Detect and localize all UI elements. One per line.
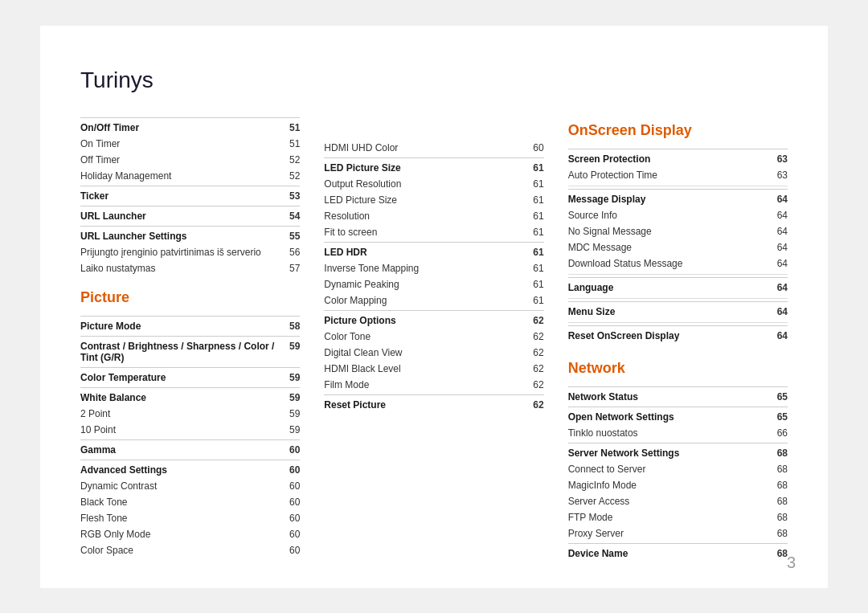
toc-item-label: Server Access [568,496,772,507]
toc-item-page: 60 [284,480,300,492]
toc-item: Color Tone62 [324,329,543,345]
onscreen-section-title: OnScreen Display [568,122,788,139]
toc-item-label: White Balance [80,392,284,403]
toc-item-page: 68 [772,512,788,523]
toc-item-label: Contrast / Brightness / Sharpness / Colo… [80,341,284,363]
toc-item: No Signal Message64 [568,223,788,239]
toc-item-page: 64 [772,282,788,293]
toc-item-page: 66 [772,427,788,439]
toc-item-page: 64 [772,226,788,237]
toc-item-label: Advanced Settings [80,464,284,476]
toc-item: Color Temperature59 [80,367,300,386]
toc-item-page: 64 [772,242,788,253]
toc-item-page: 60 [284,497,300,508]
toc-item-label: Reset OnScreen Display [568,330,772,341]
toc-item: Film Mode62 [324,377,543,393]
toc-item-label: Output Resolution [324,178,527,190]
page-container: Turinys On/Off Timer51On Timer51Off Time… [40,26,828,588]
toc-item-page: 58 [284,321,300,332]
toc-item: Network Status65 [568,386,788,405]
toc-item: Dynamic Peaking61 [324,276,543,292]
toc-item-label: Inverse Tone Mapping [324,263,527,274]
toc-item-page: 61 [528,263,544,274]
toc-item: RGB Only Mode60 [80,526,300,542]
toc-item-page: 64 [772,210,788,221]
toc-item: FTP Mode68 [568,509,788,525]
toc-item-label: URL Launcher Settings [80,231,284,242]
toc-item-page: 62 [528,379,544,390]
toc-item-page: 51 [284,122,300,133]
toc-item-label: Color Tone [324,331,527,342]
toc-item-label: Color Temperature [80,372,284,383]
toc-item-label: Laiko nustatymas [80,263,284,274]
toc-item: HDMI UHD Color60 [324,140,543,156]
page-number: 3 [787,554,796,572]
toc-item-page: 68 [772,447,788,459]
toc-item-page: 60 [284,545,300,556]
toc-item: LED Picture Size61 [324,157,543,176]
column-2: HDMI UHD Color60LED Picture Size61Output… [324,116,567,562]
toc-item: 10 Point59 [80,422,300,438]
toc-item-page: 56 [284,247,300,258]
toc-item: Flesh Tone60 [80,510,300,526]
toc-item-page: 59 [284,408,300,419]
toc-item: Laiko nustatymas57 [80,260,300,276]
toc-item: Black Tone60 [80,494,300,510]
toc-item-page: 60 [284,464,300,476]
picture-group: Picture Picture Mode58Contrast / Brightn… [80,289,300,558]
toc-item-label: Film Mode [324,379,527,390]
toc-item-page: 61 [528,227,544,238]
toc-item-label: Message Display [568,194,772,205]
toc-item: Resolution61 [324,208,543,224]
toc-item: Proxy Server68 [568,525,788,541]
toc-item-page: 61 [528,279,544,290]
toc-item-label: Dynamic Contrast [80,480,284,492]
toc-item-page: 63 [772,153,788,165]
toc-item-label: RGB Only Mode [80,529,284,540]
toc-item-label: Language [568,282,772,293]
toc-item: On Timer51 [80,136,300,152]
toc-item-label: LED Picture Size [324,194,527,206]
toc-item-page: 60 [284,529,300,540]
toc-item-label: LED HDR [324,247,527,258]
toc-item-label: Device Name [568,548,772,559]
toc-item-label: On/Off Timer [80,122,284,133]
toc-item-label: 2 Point [80,408,284,419]
toc-item: URL Launcher Settings55 [80,226,300,244]
toc-item: Digital Clean View62 [324,345,543,361]
toc-item-label: Prijungto įrenginio patvirtinimas iš ser… [80,247,284,258]
toc-item-label: Color Space [80,545,284,556]
toc-item-page: 60 [284,513,300,524]
toc-item-label: No Signal Message [568,226,772,237]
toc-item-label: Open Network Settings [568,411,772,423]
toc-item-page: 52 [284,154,300,166]
toc-item: LED Picture Size61 [324,192,543,208]
toc-item-page: 62 [528,347,544,358]
toc-item-page: 68 [772,480,788,491]
toc-item-page: 62 [528,315,544,326]
toc-item: MDC Message64 [568,239,788,255]
toc-item: Fit to screen61 [324,224,543,240]
toc-item-label: Auto Protection Time [568,170,772,181]
toc-item-label: Fit to screen [324,227,527,238]
toc-item: MagicInfo Mode68 [568,477,788,493]
picture-section-title: Picture [80,289,300,306]
toc-item-label: LED Picture Size [324,162,527,174]
toc-item-page: 65 [772,391,788,403]
toc-item: LED HDR61 [324,242,543,260]
toc-item-label: Proxy Server [568,528,772,539]
toc-item-page: 68 [772,464,788,475]
toc-item-page: 51 [284,138,300,149]
toc-item: HDMI Black Level62 [324,361,543,377]
toc-item: Tinklo nuostatos66 [568,425,788,441]
toc-item: 2 Point59 [80,406,300,422]
toc-item-label: Dynamic Peaking [324,279,527,290]
toc-item-page: 60 [284,444,300,456]
toc-item-page: 61 [528,295,544,306]
toc-item: URL Launcher54 [80,206,300,224]
toc-item-label: FTP Mode [568,512,772,523]
toc-item-label: Black Tone [80,497,284,508]
toc-item-page: 61 [528,162,544,174]
toc-item-page: 64 [772,306,788,317]
toc-item: Auto Protection Time63 [568,167,788,183]
